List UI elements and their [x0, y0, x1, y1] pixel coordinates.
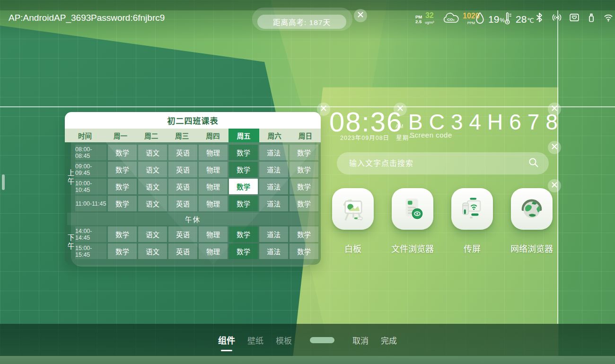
temperature-value: 28	[516, 14, 527, 25]
bluetooth-icon[interactable]	[534, 12, 545, 23]
ethernet-icon[interactable]	[569, 12, 580, 23]
time-cell: 08:00-08:45	[75, 145, 106, 160]
timetable-column-header: 周一	[105, 129, 136, 142]
close-icon	[551, 182, 558, 190]
tab-template[interactable]: 模板	[276, 334, 292, 346]
timetable-close-button[interactable]	[317, 103, 330, 116]
subject-cell: 数学	[229, 145, 258, 160]
subject-cell: 道法	[259, 179, 288, 194]
humidity-value: 19	[488, 14, 499, 25]
subject-cell: 物理	[199, 145, 228, 160]
water-drop-icon	[474, 11, 486, 27]
pm25-sensor: PM 2.5 32 ug/m³	[415, 12, 434, 26]
close-icon	[551, 105, 558, 113]
subject-cell: 数学	[108, 162, 137, 177]
temperature-sensor: 28 ℃	[501, 11, 534, 27]
subject-cell: 数学	[290, 226, 318, 242]
subject-cell: 数学	[290, 145, 318, 160]
subject-cell: 物理	[199, 179, 228, 194]
subject-cell: 物理	[199, 243, 228, 259]
screen-cast-icon	[451, 188, 493, 230]
usb-drive-icon[interactable]	[586, 12, 597, 23]
timetable-body: 上午08:00-08:45数学语文英语物理数学道法数学09:00-09:45数学…	[65, 142, 321, 265]
subject-cell: 语文	[138, 196, 167, 211]
subject-cell: 英语	[168, 179, 197, 194]
subject-cell: 数学	[108, 243, 137, 259]
subject-cell: 数学	[108, 196, 137, 211]
subject-cell: 数学	[290, 243, 318, 259]
timetable-column-header: 时间	[65, 129, 105, 142]
close-icon	[551, 143, 558, 152]
countdown-close-button[interactable]	[354, 9, 367, 22]
web-browser-icon	[511, 188, 553, 230]
tab-wallpaper[interactable]: 壁纸	[247, 334, 264, 346]
subject-cell: 英语	[168, 226, 197, 242]
thermometer-icon	[501, 11, 513, 27]
morning-label: 上午	[67, 145, 74, 211]
app-file-browser[interactable]: 文件浏览器	[386, 188, 439, 254]
subject-cell: 英语	[168, 196, 197, 211]
time-cell: 14:00-14:45	[75, 226, 106, 242]
subject-cell: 物理	[199, 196, 228, 211]
app-web-browser[interactable]: 网络浏览器	[505, 188, 558, 254]
clock-close-button[interactable]	[394, 103, 407, 116]
app-label: 文件浏览器	[391, 242, 434, 254]
subject-cell: 英语	[168, 162, 197, 177]
screen-code-close-button[interactable]	[548, 103, 561, 116]
timetable-header-row: 时间周一周二周三周四周五周六周日	[65, 129, 321, 142]
subject-cell: 语文	[138, 243, 167, 259]
clock-date: 2023年09月08日	[340, 133, 389, 142]
status-icon-row	[534, 12, 614, 23]
time-cell: 11:00-11:45	[75, 196, 106, 211]
page-indicator	[310, 337, 334, 343]
subject-cell: 语文	[138, 179, 167, 194]
time-cell: 09:00-09:45	[75, 162, 106, 177]
subject-cell: 物理	[199, 226, 228, 242]
clock-meridiem: AM	[395, 123, 404, 129]
apps-close-button[interactable]	[548, 179, 561, 192]
file-browser-icon	[392, 188, 433, 230]
subject-cell: 数学	[290, 179, 318, 194]
time-cell: 10:00-10:45	[75, 179, 106, 194]
afternoon-label: 下午	[67, 226, 74, 259]
search-close-button[interactable]	[548, 141, 561, 154]
subject-cell: 道法	[259, 226, 288, 242]
humidity-sensor: 19 %	[474, 11, 505, 27]
subject-cell: 英语	[168, 145, 197, 160]
subject-cell: 数学	[108, 145, 137, 160]
close-icon	[357, 11, 364, 20]
tab-components[interactable]: 组件	[218, 334, 235, 346]
app-screen-cast[interactable]: 传屏	[446, 188, 499, 254]
subject-cell: 数学	[108, 179, 137, 194]
subject-cell: 语文	[138, 162, 167, 177]
search-icon[interactable]	[528, 157, 539, 170]
done-button[interactable]: 完成	[381, 334, 397, 346]
pm25-value: 32	[425, 12, 434, 19]
app-label: 传屏	[464, 242, 481, 254]
search-input[interactable]	[348, 159, 528, 168]
timetable-column-header: 周日	[290, 129, 321, 142]
subject-cell: 数学	[108, 226, 137, 242]
co2-label: CO₂	[447, 17, 455, 22]
co2-cloud-icon: CO₂	[443, 12, 460, 27]
countdown-widget[interactable]: 距离高考: 187天	[252, 8, 352, 31]
vertical-guide-line	[557, 10, 558, 324]
subject-cell: 道法	[259, 162, 288, 177]
wifi-icon[interactable]	[603, 12, 614, 23]
left-scroll-indicator[interactable]	[2, 174, 5, 190]
timetable-column-header: 周三	[167, 129, 197, 142]
countdown-text: 距离高考: 187天	[257, 15, 346, 29]
subject-cell: 道法	[259, 196, 288, 211]
subject-cell: 英语	[168, 243, 197, 259]
cancel-button[interactable]: 取消	[352, 334, 369, 346]
lunch-break-row: 午休	[67, 213, 318, 225]
subject-cell: 数学	[229, 226, 258, 242]
edit-toolbar: 组件 壁纸 模板 取消 完成	[0, 324, 615, 356]
subject-cell: 数学	[229, 243, 258, 259]
ap-password-label: Password:6fnjbrc9	[91, 13, 165, 23]
whiteboard-icon	[332, 188, 374, 230]
timetable-column-header: 周二	[136, 129, 167, 142]
current-subject-cell: 数学	[229, 179, 258, 194]
app-whiteboard[interactable]: 白板	[326, 188, 379, 254]
hotspot-icon[interactable]	[551, 12, 563, 23]
